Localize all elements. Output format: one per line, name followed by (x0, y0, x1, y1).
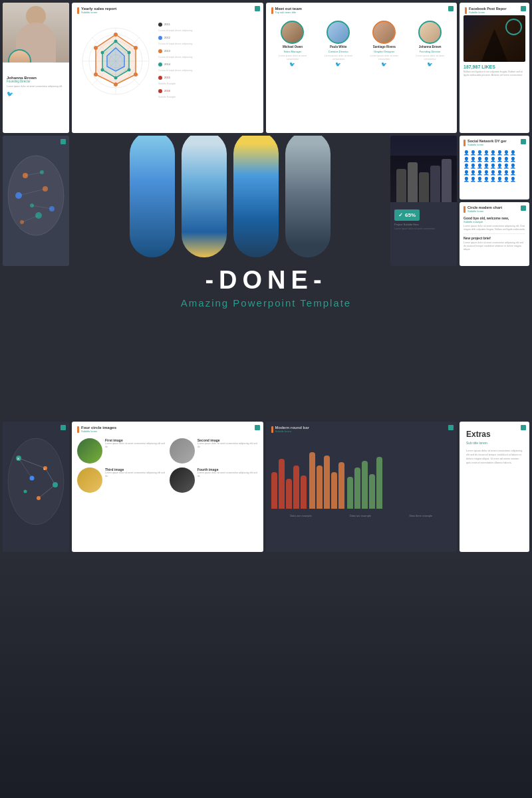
people-grid: 👤 👤 👤 👤 👤 👤 👤 👤 👤 👤 👤 👤 👤 👤 (460, 148, 529, 185)
year-2012: 2012 (164, 35, 170, 41)
member-name-3: Santiago Rivera (373, 45, 396, 49)
extras-title: Extras (466, 430, 523, 439)
radar-chart (79, 25, 152, 98)
tree-icon (481, 29, 508, 62)
year-2013: 2013 (164, 49, 170, 54)
circle-thumb-1 (77, 438, 102, 464)
slide-worldmap: ✕ + (3, 422, 69, 552)
ci-desc-1: Lorem ipsum dolor sit amet consectetur a… (105, 442, 166, 449)
legend-desc-2: Cursus id turpis donec adipiscing (158, 42, 257, 47)
person-icon-2: 👤 (470, 150, 476, 156)
pill-3 (233, 136, 279, 257)
bar-3-2 (354, 467, 360, 509)
bar-3-1 (347, 477, 353, 509)
slide-facebook: Facebook Post Repor Subtitle lorem 187,9… (460, 3, 529, 133)
legend-desc-1: Cursus id turpis donec adipiscing (158, 29, 257, 33)
person-icon-32: 👤 (510, 170, 516, 176)
svg-point-17 (94, 46, 98, 50)
extras-text: Lorem ipsum dolor sit amet consectetur a… (466, 449, 523, 465)
ci-desc-4: Lorem ipsum dolor sit amet consectetur a… (198, 471, 258, 478)
twitter-2: 🐦 (335, 62, 341, 67)
person-icon-12: 👤 (483, 157, 489, 162)
person-desc: Lorem ipsum dolor sit amet consectetur a… (7, 85, 65, 88)
twitter-icon: 🐦 (7, 91, 65, 97)
slide-map (3, 136, 69, 266)
year-2016: 2016 (164, 88, 170, 94)
avatar-paula (327, 21, 350, 44)
bar-label-1: Data one example (290, 514, 311, 517)
cc-section1-text: Lorem ipsum dolor sit amet consectetur a… (464, 225, 525, 231)
person-icon-26: 👤 (470, 170, 476, 176)
pill-4 (285, 136, 331, 257)
legend-dot-2016 (158, 89, 162, 93)
svg-point-46 (30, 476, 35, 481)
slide-corner-icon-cc (521, 205, 526, 211)
member-desc-3: Lorem ipsum dolor sit amet consectetur (369, 55, 399, 61)
member-name-4: Johanna Brown (419, 45, 442, 49)
person-icon-29: 👤 (490, 170, 496, 176)
svg-text:+: + (43, 467, 45, 471)
bar-label-3: Data three example (409, 514, 432, 517)
person-role: Founding Director (7, 80, 65, 83)
slide-corner-icon-ex (521, 425, 526, 430)
bar-2-4 (331, 472, 337, 509)
svg-point-37 (8, 438, 64, 525)
slide-circle-chart: Circle modern chart Subtitle lorem Good … (460, 202, 529, 266)
person-icon-38: 👤 (497, 177, 503, 182)
fb-desc: Nullam sed ligula erit nisi vulputate fe… (464, 70, 525, 77)
person-icon-28: 👤 (483, 170, 489, 176)
svg-text:✕: ✕ (17, 457, 20, 461)
legend-dot-2012 (158, 36, 162, 40)
slide-person: Johanna Brown Founding Director Lorem ip… (3, 3, 69, 133)
progress-badge: ✓ 65% (394, 209, 420, 221)
person-icon-10: 👤 (470, 157, 476, 162)
fb-likes: 187,987 LIKES (464, 65, 525, 69)
person-icon-35: 👤 (477, 177, 483, 182)
member-role-1: Sales Manager (283, 50, 301, 53)
person-icon-31: 👤 (503, 170, 509, 176)
bar-2-5 (338, 462, 344, 509)
header-bar-sn (464, 140, 466, 146)
progress-desc: Lorem ipsum dolor sit amet consectetur (394, 227, 453, 231)
svg-point-18 (114, 39, 118, 43)
bar-2-2 (317, 466, 323, 509)
second-row: ✓ 65% Project Subtitle Here Lorem ipsum … (3, 136, 529, 266)
person-icon-23: 👤 (503, 164, 509, 169)
circle-item-4: Fourth image Lorem ipsum dolor sit amet … (170, 467, 258, 493)
fc-subtitle: Subtitle lorem (81, 430, 116, 433)
hero-text: -DONE- Amazing Powerpoint Template (181, 266, 351, 309)
slide-meet-team: Meet out team Top sub team title Michael… (266, 3, 458, 133)
slide-four-circle: Four circle images Subtitle lorem First … (72, 422, 263, 552)
year-2011: 2011 (164, 22, 170, 27)
person-icon-40: 👤 (510, 177, 516, 182)
cc-section1-sub: Subtitle example (464, 220, 525, 223)
twitter-1: 🐦 (289, 62, 295, 67)
team-member-2: Paula White Creative Director Lorem ipsu… (323, 21, 353, 67)
svg-point-22 (101, 68, 104, 71)
svg-point-13 (134, 46, 138, 50)
circle-item-1: First image Lorem ipsum dolor sit amet c… (77, 438, 166, 464)
bar-3-3 (362, 461, 368, 509)
svg-point-19 (128, 51, 131, 54)
pill-container (130, 136, 331, 257)
bar-labels: Data one example Data two example Data t… (266, 514, 458, 520)
year-2014: 2014 (164, 62, 170, 67)
slide-social-network: Social Network DY ger Subtitle lorem 👤 👤… (460, 136, 529, 200)
person-icon-34: 👤 (470, 177, 476, 182)
person-icon-21: 👤 (490, 164, 496, 169)
circle-thumb-4 (170, 467, 195, 493)
slide-corner-icon-fc (255, 425, 260, 430)
person-icon-24: 👤 (510, 164, 516, 169)
team-member-4: Johanna Brown Founding Director Lorem ip… (415, 21, 445, 67)
map-svg (5, 149, 66, 242)
header-bar-fc (77, 426, 79, 433)
person-icon-5: 👤 (490, 150, 496, 156)
svg-point-23 (101, 51, 104, 54)
legend-dot-2015 (158, 76, 162, 80)
bar-1-4 (293, 466, 299, 509)
avatar-michael (281, 21, 304, 44)
slide-corner-icon-wm (61, 425, 66, 430)
done-subtitle: Amazing Powerpoint Template (181, 297, 351, 309)
svg-point-47 (24, 490, 27, 493)
person-icon-20: 👤 (483, 164, 489, 169)
